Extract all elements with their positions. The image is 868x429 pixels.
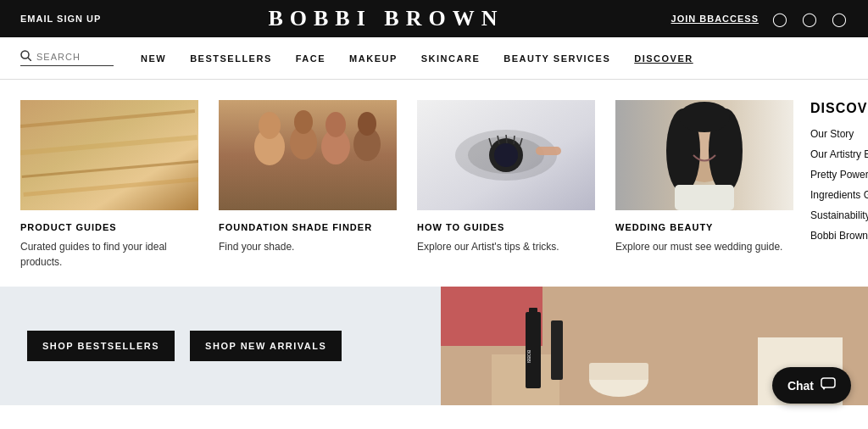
nav-beauty-services[interactable]: BEAUTY SERVICES: [504, 53, 610, 64]
bottom-section: SHOP BESTSELLERS SHOP NEW ARRIVALS BOBBI: [0, 287, 868, 405]
nav-skincare[interactable]: SKINCARE: [421, 53, 480, 64]
email-signup-link[interactable]: EMAIL SIGN UP: [20, 14, 101, 24]
howto-title: HOW TO GUIDES: [417, 222, 595, 232]
discover-more-our-story[interactable]: Our Story: [810, 128, 868, 140]
search-icon: [20, 50, 31, 64]
svg-point-11: [294, 110, 313, 134]
discover-card-product-guides: PRODUCT GUIDES Curated guides to find yo…: [20, 100, 198, 270]
nav-bar: NEW BESTSELLERS FACE MAKEUP SKINCARE BEA…: [0, 37, 868, 80]
svg-rect-33: [675, 185, 734, 210]
discover-more-pretty-powerful[interactable]: Pretty Powerful: [810, 169, 868, 181]
search-input[interactable]: [36, 52, 104, 62]
nav-face[interactable]: FACE: [296, 53, 326, 64]
bottom-left-cta: SHOP BESTSELLERS SHOP NEW ARRIVALS: [0, 287, 441, 405]
top-bar: EMAIL SIGN UP BOBBI BROWN JOIN BBACCESS …: [0, 0, 868, 37]
shop-bestsellers-button[interactable]: SHOP BESTSELLERS: [27, 331, 175, 361]
wedding-desc: Explore our must see wedding guide.: [615, 239, 793, 254]
product-guides-image[interactable]: [20, 100, 198, 210]
nav-new[interactable]: NEW: [141, 53, 166, 64]
foundation-title: FOUNDATION SHADE FINDER: [219, 222, 397, 232]
discover-more-title: DISCOVER MORE: [810, 100, 868, 116]
svg-point-0: [21, 51, 29, 58]
svg-rect-26: [536, 147, 561, 155]
discover-more-sustainability[interactable]: Sustainability and Citizenship: [810, 209, 868, 221]
svg-point-13: [326, 112, 346, 137]
product-guides-desc: Curated guides to find your ideal produc…: [20, 239, 198, 270]
howto-image[interactable]: [417, 100, 595, 210]
discover-grid: PRODUCT GUIDES Curated guides to find yo…: [20, 100, 793, 270]
svg-line-24: [514, 136, 515, 144]
discover-more-community[interactable]: Bobbi Brown Community: [810, 230, 868, 242]
wedding-title: WEDDING BEAUTY: [615, 222, 793, 232]
location-icon[interactable]: ◯: [772, 11, 788, 27]
join-bbaccess-link[interactable]: JOIN BBACCESS: [671, 14, 759, 24]
svg-point-32: [679, 102, 730, 132]
svg-text:BOBBI: BOBBI: [526, 350, 531, 363]
foundation-desc: Find your shade.: [219, 239, 397, 254]
nav-discover[interactable]: DISCOVER: [634, 53, 693, 64]
svg-line-1: [28, 58, 31, 61]
discover-section: PRODUCT GUIDES Curated guides to find yo…: [0, 80, 868, 270]
discover-card-howto: HOW TO GUIDES Explore our Artist's tips …: [417, 100, 595, 270]
nav-makeup[interactable]: MAKEUP: [349, 53, 398, 64]
account-icon[interactable]: ◯: [802, 11, 818, 27]
brand-logo: BOBBI BROWN: [268, 6, 504, 31]
svg-rect-35: [529, 308, 537, 318]
discover-more-sidebar: DISCOVER MORE Our Story Our Artistry Exp…: [793, 100, 868, 270]
chat-icon: [821, 377, 836, 393]
svg-line-23: [506, 135, 507, 143]
svg-point-20: [494, 143, 518, 167]
discover-card-foundation: FOUNDATION SHADE FINDER Find your shade.: [219, 100, 397, 270]
chat-button[interactable]: Chat: [772, 367, 851, 404]
discover-card-wedding: WEDDING BEAUTY Explore our must see wedd…: [615, 100, 793, 270]
svg-rect-38: [589, 363, 648, 380]
svg-point-9: [259, 112, 281, 139]
foundation-image[interactable]: [219, 100, 397, 210]
svg-point-15: [358, 112, 376, 136]
discover-more-ingredients[interactable]: Ingredients Glossary: [810, 189, 868, 201]
search-area[interactable]: [20, 50, 114, 66]
svg-rect-36: [551, 320, 563, 380]
shop-new-arrivals-button[interactable]: SHOP NEW ARRIVALS: [190, 331, 342, 361]
product-guides-title: PRODUCT GUIDES: [20, 222, 198, 232]
svg-rect-40: [821, 378, 835, 387]
wedding-image[interactable]: [615, 100, 793, 210]
chat-label: Chat: [787, 379, 814, 393]
discover-more-artistry-experts[interactable]: Our Artistry Experts: [810, 148, 868, 160]
cart-icon[interactable]: ◯: [832, 11, 848, 27]
nav-links: NEW BESTSELLERS FACE MAKEUP SKINCARE BEA…: [141, 53, 693, 64]
top-bar-right: JOIN BBACCESS ◯ ◯ ◯: [671, 11, 848, 27]
howto-desc: Explore our Artist's tips & tricks.: [417, 239, 595, 254]
nav-bestsellers[interactable]: BESTSELLERS: [190, 53, 272, 64]
